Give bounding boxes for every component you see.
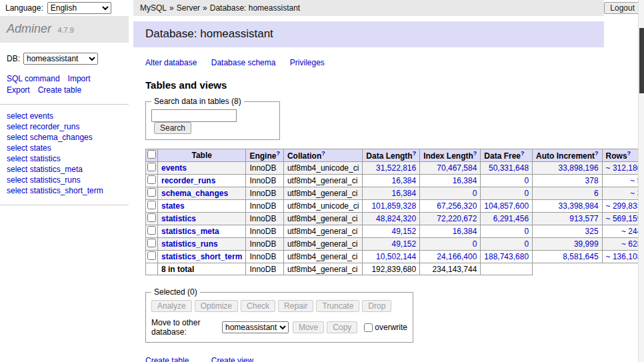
table-link[interactable]: statistics_meta — [161, 227, 219, 236]
database-schema-link[interactable]: Database schema — [211, 58, 276, 67]
help-icon[interactable]: ? — [413, 150, 417, 157]
data-length-link[interactable]: 49,152 — [391, 227, 416, 236]
breadcrumb-server-link[interactable]: Server — [177, 3, 200, 13]
data-length-link[interactable]: 10,502,144 — [376, 252, 416, 261]
cell-collation: utf8mb4_unicode_ci — [283, 200, 362, 213]
auto-increment-link[interactable]: 39,999 — [574, 239, 599, 249]
sidebar-item-select-states[interactable]: select states — [7, 143, 122, 153]
data-free-link[interactable]: 0 — [524, 189, 529, 198]
alter-database-link[interactable]: Alter database — [145, 58, 197, 67]
table-link[interactable]: statistics_short_term — [161, 252, 242, 261]
sidebar-item-select-schema-changes[interactable]: select schema_changes — [7, 132, 122, 143]
sidebar-export-link[interactable]: Export — [7, 85, 30, 95]
rows-link[interactable]: ~ 136,108 — [606, 252, 642, 261]
create-table-link[interactable]: Create table — [145, 356, 189, 362]
data-free-link[interactable]: 104,857,600 — [484, 201, 529, 211]
index-length-link[interactable]: 16,384 — [453, 227, 477, 236]
rows-link[interactable]: ~ 299,833 — [606, 201, 642, 211]
data-free-link[interactable]: 0 — [524, 239, 529, 249]
vertical-scrollbar[interactable] — [638, 0, 644, 362]
help-icon[interactable]: ? — [321, 150, 325, 157]
table-link[interactable]: statistics_runs — [161, 239, 218, 249]
index-length-link[interactable]: 0 — [473, 189, 477, 198]
language-area: Language: English — [0, 2, 133, 14]
repair-button[interactable]: Repair — [278, 300, 313, 312]
index-length-link[interactable]: 24,166,400 — [437, 252, 477, 261]
index-length-link[interactable]: 70,467,584 — [437, 163, 477, 173]
table-link[interactable]: recorder_runs — [161, 176, 215, 185]
app-version: 4.7.9 — [57, 26, 73, 34]
row-checkbox[interactable] — [147, 188, 156, 197]
auto-increment-link[interactable]: 33,398,984 — [559, 201, 599, 211]
search-button[interactable]: Search — [154, 122, 191, 134]
logout-button[interactable]: Logout — [604, 2, 641, 14]
sidebar-create-table-link[interactable]: Create table — [38, 85, 81, 95]
sidebar-item-select-statistics-meta[interactable]: select statistics_meta — [7, 164, 122, 175]
data-length-link[interactable]: 31,522,816 — [376, 163, 416, 173]
data-free-link[interactable]: 0 — [524, 227, 529, 236]
sidebar-item-select-statistics-short-term[interactable]: select statistics_short_term — [7, 185, 122, 196]
data-length-link[interactable]: 16,384 — [391, 176, 416, 185]
drop-button[interactable]: Drop — [362, 300, 391, 312]
sidebar-item-select-recorder-runs[interactable]: select recorder_runs — [7, 121, 122, 132]
row-checkbox[interactable] — [147, 201, 156, 209]
privileges-link[interactable]: Privileges — [290, 58, 325, 67]
row-checkbox[interactable] — [147, 163, 156, 171]
data-length-link[interactable]: 101,859,328 — [371, 201, 416, 211]
language-select[interactable]: English — [47, 2, 111, 14]
table-link[interactable]: states — [161, 201, 185, 211]
data-free-link[interactable]: 6,291,456 — [493, 214, 529, 223]
data-length-link[interactable]: 49,152 — [391, 239, 416, 249]
row-checkbox[interactable] — [147, 213, 156, 222]
search-input[interactable] — [151, 109, 237, 122]
select-all-checkbox[interactable] — [147, 150, 156, 159]
help-icon[interactable]: ? — [473, 150, 477, 157]
table-link[interactable]: events — [161, 163, 187, 173]
auto-increment-link[interactable]: 33,898,196 — [559, 163, 599, 173]
help-icon[interactable]: ? — [595, 150, 599, 157]
create-view-link[interactable]: Create view — [211, 356, 253, 362]
optimize-button[interactable]: Optimize — [195, 300, 238, 312]
sidebar-import-link[interactable]: Import — [68, 74, 91, 83]
auto-increment-link[interactable]: 325 — [585, 227, 599, 236]
app-name[interactable]: Adminer — [7, 22, 51, 35]
auto-increment-link[interactable]: 913,577 — [569, 214, 598, 223]
auto-increment-link[interactable]: 8,581,645 — [563, 252, 598, 261]
breadcrumb-mysql-link[interactable]: MySQL — [140, 3, 167, 13]
table-link[interactable]: statistics — [161, 214, 196, 223]
analyze-button[interactable]: Analyze — [151, 300, 192, 312]
data-free-link[interactable]: 0 — [524, 176, 529, 185]
row-checkbox[interactable] — [147, 239, 156, 247]
index-length-link[interactable]: 72,220,672 — [437, 214, 477, 223]
data-free-link[interactable]: 50,331,648 — [489, 163, 529, 173]
sidebar-item-select-statistics[interactable]: select statistics — [7, 153, 122, 164]
help-icon[interactable]: ? — [521, 150, 525, 157]
index-length-link[interactable]: 16,384 — [453, 176, 477, 185]
truncate-button[interactable]: Truncate — [316, 300, 359, 312]
scrollbar-thumb[interactable] — [639, 28, 644, 93]
overwrite-checkbox[interactable] — [364, 323, 373, 332]
data-length-link[interactable]: 16,384 — [391, 189, 416, 198]
rows-link[interactable]: ~ 312,180 — [606, 163, 642, 173]
data-free-link[interactable]: 188,743,680 — [484, 252, 529, 261]
table-link[interactable]: schema_changes — [161, 189, 228, 198]
rows-link[interactable]: ~ 569,159 — [606, 214, 642, 223]
move-database-select[interactable]: homeassistant — [222, 321, 289, 333]
sidebar-item-select-events[interactable]: select events — [7, 111, 122, 121]
data-length-link[interactable]: 48,824,320 — [376, 214, 416, 223]
index-length-link[interactable]: 0 — [473, 239, 477, 249]
sidebar-item-select-statistics-runs[interactable]: select statistics_runs — [7, 175, 122, 185]
help-icon[interactable]: ? — [276, 150, 280, 157]
db-select[interactable]: homeassistant — [23, 53, 98, 65]
index-length-link[interactable]: 67,256,320 — [437, 201, 477, 211]
sidebar-sql-command-link[interactable]: SQL command — [7, 74, 60, 83]
help-icon[interactable]: ? — [627, 150, 631, 157]
move-button[interactable]: Move — [293, 321, 324, 333]
row-checkbox[interactable] — [147, 226, 156, 235]
row-checkbox[interactable] — [147, 175, 156, 184]
row-checkbox[interactable] — [147, 251, 156, 260]
auto-increment-link[interactable]: 378 — [585, 176, 599, 185]
auto-increment-link[interactable]: 6 — [594, 189, 599, 198]
check-button[interactable]: Check — [241, 300, 275, 312]
copy-button[interactable]: Copy — [327, 321, 357, 333]
